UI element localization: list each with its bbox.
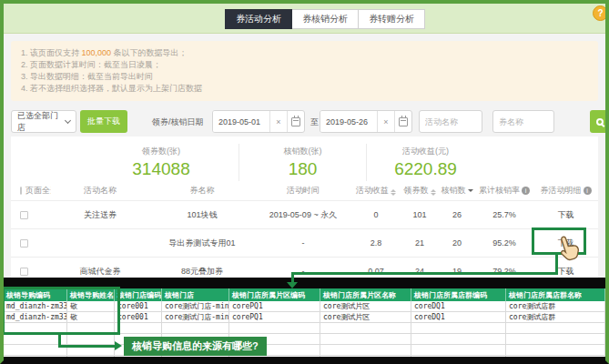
chevron-down-icon <box>65 117 71 124</box>
batch-download-button[interactable]: 批量下载 <box>80 110 127 133</box>
notice-panel: 1. 该页面仅支持 100,000 条以下的数据导出； 2. 页面数据计算时间：… <box>11 41 598 101</box>
annotation-line <box>291 272 558 275</box>
header-activity-time: 活动时间 <box>255 185 351 197</box>
sort-icon <box>431 189 436 196</box>
arrow-right-icon <box>115 341 122 350</box>
notice-line-3: 3. 导出数据明细：截至当前导出时间 <box>21 71 588 83</box>
row-checkbox[interactable] <box>20 268 28 276</box>
notice-highlight: 100,000 <box>82 48 112 57</box>
date-to-group: × <box>320 110 412 133</box>
date-range-label: 领券/核销日期 <box>152 116 204 128</box>
store-selector-dropdown[interactable]: 已选全部门店 <box>11 110 76 133</box>
header-received-sortable[interactable]: 领券数 <box>401 185 439 197</box>
activity-table: 页面全选 活动名称 券名称 活动时间 活动收益 领券数 核销数 累计核销率 券活… <box>11 180 598 278</box>
calendar-icon[interactable] <box>394 111 411 132</box>
spreadsheet-empty-row <box>4 334 605 345</box>
search-button[interactable] <box>590 110 605 133</box>
stat-coupons-redeemed: 核销数(张) 180 <box>239 144 366 181</box>
help-icon[interactable]: ? <box>593 5 605 21</box>
select-all-cell[interactable]: 页面全选 <box>11 185 51 197</box>
clear-icon[interactable]: × <box>377 111 394 132</box>
notice-line-1: 1. 该页面仅支持 100,000 条以下的数据导出； <box>21 47 588 59</box>
download-link[interactable]: 下载 <box>533 209 598 221</box>
notice-line-4: 4. 若不选择组织选择器，默认显示为上架门店数据 <box>21 83 588 95</box>
header-revenue-sortable[interactable]: 活动收益 <box>351 185 401 197</box>
info-icon[interactable] <box>522 187 530 195</box>
header-activity-detail: 券活动明细 <box>533 185 598 197</box>
stat-coupons-received: 领券数(张) 314088 <box>84 144 239 181</box>
date-from-group: × <box>212 110 305 133</box>
clear-icon[interactable]: × <box>269 111 287 132</box>
date-to-input[interactable] <box>320 111 377 132</box>
calendar-icon[interactable] <box>287 111 304 132</box>
coupon-analysis-page: 券活动分析 券核销分析 券转赠分析 ? 1. 该页面仅支持 100,000 条以… <box>4 4 605 278</box>
date-to-label: 至 <box>310 116 319 128</box>
search-icon <box>596 118 604 126</box>
select-all-checkbox[interactable] <box>20 187 22 195</box>
sort-icon <box>391 189 396 196</box>
table-row: 关注送券 101块钱 2019-05-09 ~ 永久 0 101 26 25.7… <box>11 200 598 228</box>
analysis-tabs: 券活动分析 券核销分析 券转赠分析 <box>225 9 425 29</box>
calendar-glyph <box>291 117 300 126</box>
store-selector-value: 已选全部门店 <box>17 110 66 134</box>
table-row: 导出券测试专用01 - 2.8 21 20 95.2% 下载 <box>11 228 598 257</box>
guide-columns-highlight-box <box>2 287 120 335</box>
arrow-down-icon <box>287 282 298 288</box>
summary-stats: 领券数(张) 314088 核销数(张) 180 活动收益(元) 6220.89 <box>84 144 484 181</box>
annotation-question-label: 核销导购信息的来源有哪些? <box>124 337 267 356</box>
tab-coupon-activity-analysis[interactable]: 券活动分析 <box>225 9 292 29</box>
header-activity-name: 活动名称 <box>51 185 149 197</box>
tab-coupon-redemption-analysis[interactable]: 券核销分析 <box>292 9 359 29</box>
table-header-row: 页面全选 活动名称 券名称 活动时间 活动收益 领券数 核销数 累计核销率 券活… <box>11 180 598 200</box>
filter-bar: 已选全部门店 批量下载 领券/核销日期 × 至 × <box>4 108 605 136</box>
date-from-input[interactable] <box>213 111 269 132</box>
row-checkbox[interactable] <box>20 211 28 219</box>
info-icon[interactable] <box>584 187 592 195</box>
calendar-glyph <box>399 117 408 126</box>
header-coupon-name: 券名称 <box>149 185 255 197</box>
results-card: 领券数(张) 314088 核销数(张) 180 活动收益(元) 6220.89… <box>11 136 598 278</box>
spreadsheet-empty-row <box>4 356 605 357</box>
row-checkbox[interactable] <box>20 239 28 248</box>
header-redemption-rate: 累计核销率 <box>475 185 533 197</box>
annotation-line <box>58 345 115 348</box>
activity-name-input[interactable] <box>419 110 482 133</box>
notice-line-2: 2. 页面数据计算时间：截至当日凌晨； <box>21 59 588 71</box>
screenshot-root: 券活动分析 券核销分析 券转赠分析 ? 1. 该页面仅支持 100,000 条以… <box>0 0 609 364</box>
tab-coupon-transfer-analysis[interactable]: 券转赠分析 <box>359 9 425 29</box>
sort-desc-icon <box>468 189 473 192</box>
coupon-name-input[interactable] <box>492 110 554 133</box>
annotation-line <box>555 255 558 274</box>
header-redeemed-sortable[interactable]: 核销数 <box>439 185 475 197</box>
stat-activity-revenue: 活动收益(元) 6220.89 <box>366 144 484 181</box>
